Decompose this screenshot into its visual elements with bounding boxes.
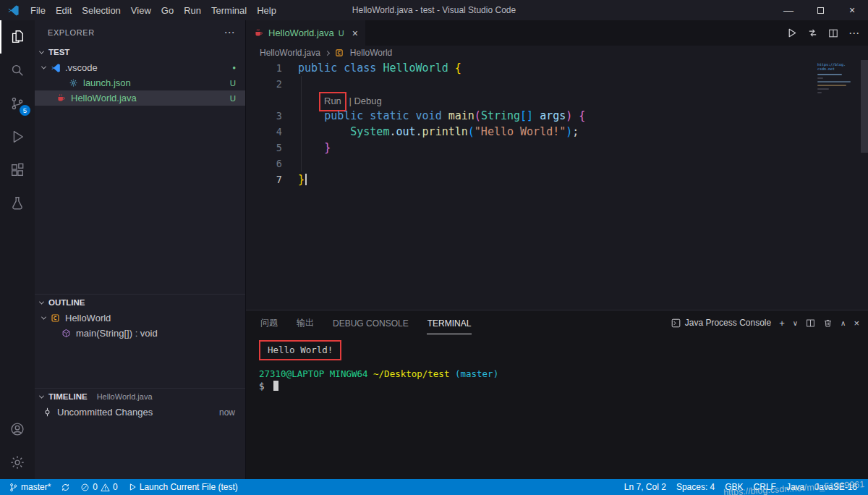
codelens-debug-link[interactable]: Debug: [354, 96, 381, 106]
settings-gear-icon[interactable]: [0, 446, 35, 479]
cursor-position-status[interactable]: Ln 7, Col 2: [619, 479, 671, 495]
tree-item-vscode-folder[interactable]: .vscode ●: [35, 60, 245, 75]
outline-item-label: main(String[]) : void: [76, 328, 158, 339]
minimize-button[interactable]: —: [773, 0, 804, 20]
tab-helloworld-java[interactable]: HelloWorld.java U ×: [246, 20, 365, 46]
maximize-icon: [817, 7, 824, 14]
timeline-title: TIMELINE: [48, 392, 88, 401]
language-status[interactable]: Java: [781, 479, 809, 495]
problems-status[interactable]: 0 0: [75, 479, 122, 495]
panel-actions: Java Process Console + ∨ ∧ ×: [671, 318, 859, 329]
vscode-window: File Edit Selection View Go Run Terminal…: [0, 0, 868, 495]
branch-status[interactable]: master*: [4, 479, 56, 495]
tree-item-label: launch.json: [83, 77, 131, 88]
minimap-line: [817, 92, 822, 93]
explorer-sidebar: EXPLORER ⋯ TEST .vscode ● launch.json: [35, 20, 246, 479]
indent-guide: [301, 76, 302, 172]
explorer-icon[interactable]: [0, 20, 35, 54]
outline-item-method[interactable]: main(String[]) : void: [35, 326, 245, 341]
prompt-char: $: [259, 381, 265, 392]
breadcrumb-symbol[interactable]: HelloWorld: [350, 48, 392, 58]
terminal-profile-select[interactable]: Java Process Console: [671, 318, 771, 328]
tab-untracked-badge: U: [339, 29, 344, 38]
extensions-icon[interactable]: [0, 153, 35, 187]
timeline-timestamp: now: [219, 407, 235, 418]
tree-item-launch-json[interactable]: launch.json U: [35, 75, 245, 90]
warning-icon: [101, 483, 110, 492]
maximize-panel-icon[interactable]: ∧: [841, 319, 846, 327]
tab-output[interactable]: 输出: [296, 310, 315, 335]
tab-bar: HelloWorld.java U × ⋯: [246, 20, 868, 46]
prompt-segment: (master): [449, 368, 498, 379]
section-header-test[interactable]: TEST: [35, 44, 245, 60]
timeline-section: TIMELINE HelloWorld.java Uncommitted Cha…: [35, 388, 245, 420]
kill-terminal-icon[interactable]: [823, 318, 833, 328]
run-java-button[interactable]: [786, 28, 797, 38]
prompt-segment: ~/Desktop/test: [368, 368, 450, 379]
minimap-line: [817, 88, 829, 90]
terminal-cursor: [273, 381, 278, 391]
prompt-segment: 27310@LAPTOP: [259, 368, 324, 379]
testing-icon[interactable]: [0, 187, 35, 220]
split-terminal-icon[interactable]: [806, 318, 815, 328]
code-line: 2: [246, 76, 868, 92]
launch-status[interactable]: Launch Current File (test): [123, 479, 243, 495]
sync-status[interactable]: [56, 479, 75, 495]
new-terminal-button[interactable]: +: [779, 318, 785, 329]
section-header-outline[interactable]: OUTLINE: [35, 295, 245, 310]
terminal[interactable]: Hello World! 27310@LAPTOP MINGW64 ~/Desk…: [246, 335, 868, 479]
breadcrumb[interactable]: HelloWorld.java HelloWorld: [246, 46, 868, 60]
tab-debug-console[interactable]: DEBUG CONSOLE: [332, 312, 409, 334]
run-debug-icon[interactable]: [0, 120, 35, 153]
java-runtime-status[interactable]: JavaSE-16: [809, 479, 862, 495]
tab-close-icon[interactable]: ×: [352, 28, 358, 39]
maximize-button[interactable]: [804, 0, 836, 20]
split-editor-icon[interactable]: [828, 28, 838, 38]
vscode-folder-icon: [50, 63, 61, 73]
line-content: System.out.println("Hello World!");: [282, 124, 579, 140]
more-actions-icon[interactable]: ⋯: [224, 26, 235, 39]
tab-label: HelloWorld.java: [268, 28, 334, 38]
close-window-button[interactable]: ×: [836, 0, 868, 20]
search-icon[interactable]: [0, 54, 35, 87]
error-count: 0: [93, 482, 98, 492]
code-line: 1public class HelloWorld {: [246, 60, 868, 76]
terminal-dropdown-icon[interactable]: ∨: [793, 319, 798, 327]
source-control-icon[interactable]: 5: [0, 87, 35, 120]
indentation-status[interactable]: Spaces: 4: [671, 479, 720, 495]
encoding-status[interactable]: GBK: [720, 479, 748, 495]
minimap[interactable]: https://blog.csdn.net: [817, 62, 856, 96]
accounts-icon[interactable]: [0, 412, 35, 446]
chevron-down-icon: [39, 48, 44, 54]
outline-item-class[interactable]: HelloWorld: [35, 310, 245, 326]
section-header-timeline[interactable]: TIMELINE HelloWorld.java: [35, 389, 245, 405]
git-commit-icon: [42, 407, 53, 417]
scm-badge: 5: [20, 105, 30, 116]
terminal-prompt: 27310@LAPTOP MINGW64 ~/Desktop/test (mas…: [259, 368, 868, 380]
code-area: 1public class HelloWorld {2Run | Debug3 …: [246, 60, 868, 187]
close-panel-icon[interactable]: ×: [854, 318, 859, 329]
panel-header: 问题 输出 DEBUG CONSOLE TERMINAL Java Proces…: [246, 310, 868, 335]
activity-bar: 5: [0, 20, 35, 479]
code-line: 3 public static void main(String[] args)…: [246, 108, 868, 124]
eol-status[interactable]: CRLF: [749, 479, 781, 495]
editor-scrollbar-thumb[interactable]: [861, 60, 868, 153]
code-editor[interactable]: 1public class HelloWorld {2Run | Debug3 …: [246, 60, 868, 310]
codelens-run-link[interactable]: Run: [324, 96, 341, 106]
minimap-line: [817, 81, 851, 82]
tab-problems[interactable]: 问题: [260, 310, 278, 335]
minimap-line: [817, 85, 846, 86]
timeline-item[interactable]: Uncommitted Changes now: [35, 405, 245, 420]
line-number: 2: [246, 76, 282, 92]
breadcrumb-file[interactable]: HelloWorld.java: [260, 48, 320, 58]
terminal-profile-label: Java Process Console: [685, 318, 771, 328]
tab-terminal[interactable]: TERMINAL: [427, 312, 472, 334]
line-number: 4: [246, 124, 282, 140]
compare-changes-icon[interactable]: [807, 28, 818, 38]
editor-more-actions-icon[interactable]: ⋯: [848, 27, 859, 40]
tree-item-helloworld-java[interactable]: HelloWorld.java U: [35, 90, 245, 106]
code-line: 5 }: [246, 140, 868, 156]
timeline-file: HelloWorld.java: [97, 392, 153, 401]
line-number: 6: [246, 156, 282, 172]
chevron-down-icon: [39, 299, 44, 304]
